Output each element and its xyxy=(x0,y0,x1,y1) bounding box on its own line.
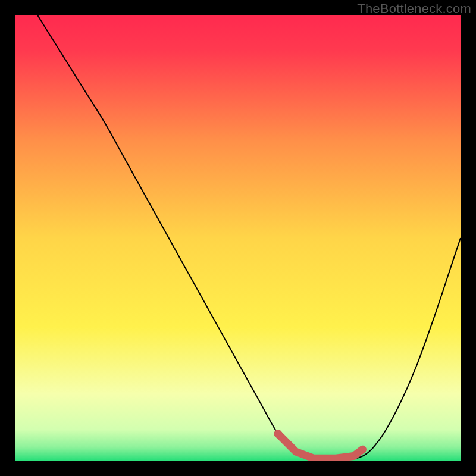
watermark-text: TheBottleneck.com xyxy=(357,1,471,17)
gradient-background xyxy=(15,15,461,461)
chart-svg xyxy=(15,15,461,461)
plot-area xyxy=(15,15,461,461)
chart-frame: TheBottleneck.com xyxy=(0,0,476,476)
